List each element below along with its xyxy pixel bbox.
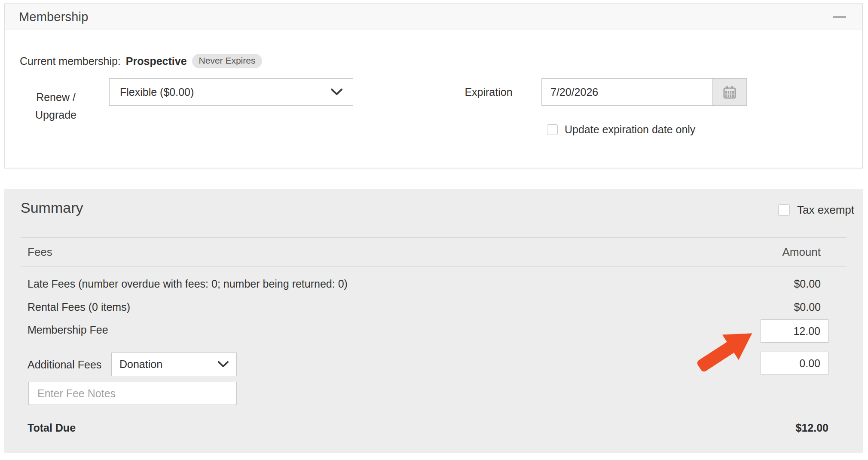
additional-fees-label: Additional Fees: [28, 358, 101, 371]
red-arrow-annotation: [694, 333, 763, 377]
current-membership-line: Current membership: Prospective Never Ex…: [20, 54, 262, 68]
total-due-amount: $12.00: [796, 421, 828, 435]
rental-fees-amount: $0.00: [794, 300, 821, 314]
fee-notes-input[interactable]: [28, 382, 237, 405]
calendar-button[interactable]: [712, 78, 747, 106]
tax-exempt-checkbox[interactable]: [778, 204, 790, 216]
minus-icon: [833, 16, 846, 18]
expiration-label: Expiration: [456, 78, 521, 106]
amount-column-header: Amount: [782, 245, 821, 259]
collapse-panel-button[interactable]: [831, 9, 848, 26]
additional-fee-input[interactable]: [761, 352, 828, 375]
chevron-down-icon: [331, 89, 342, 95]
membership-panel-title: Membership: [19, 10, 89, 24]
late-fees-label: Late Fees (number overdue with fees: 0; …: [28, 277, 348, 291]
membership-panel: Membership Current membership: Prospecti…: [4, 3, 863, 169]
summary-panel: Summary Tax exempt Fees Amount Late Fees…: [4, 189, 863, 453]
never-expires-badge: Never Expires: [192, 54, 263, 68]
expiration-date-input[interactable]: [541, 78, 712, 106]
tax-exempt-label: Tax exempt: [797, 203, 854, 217]
chevron-down-icon: [218, 361, 229, 368]
divider: [21, 237, 847, 238]
renew-upgrade-label: Renew / Upgrade: [28, 89, 84, 124]
current-membership-value: Prospective: [126, 55, 187, 67]
rental-fees-label: Rental Fees (0 items): [28, 300, 130, 314]
expiration-field-group: [541, 78, 747, 106]
additional-fees-select-value: Donation: [119, 358, 162, 371]
summary-title: Summary: [21, 199, 83, 216]
update-expiration-row: Update expiration date only: [547, 123, 695, 136]
total-due-label: Total Due: [28, 421, 76, 435]
additional-fees-select[interactable]: Donation: [111, 353, 237, 376]
tax-exempt-row: Tax exempt: [778, 203, 854, 217]
renew-upgrade-select-value: Flexible ($0.00): [120, 86, 194, 98]
membership-fee-label: Membership Fee: [28, 323, 108, 337]
membership-fee-input[interactable]: [761, 319, 828, 343]
current-membership-label: Current membership:: [20, 55, 121, 67]
late-fees-amount: $0.00: [794, 277, 821, 291]
renew-upgrade-select[interactable]: Flexible ($0.00): [109, 78, 353, 106]
fees-column-header: Fees: [28, 245, 52, 259]
divider: [21, 266, 847, 267]
divider: [21, 412, 847, 412]
calendar-icon: [722, 84, 737, 100]
membership-panel-header: Membership: [5, 4, 862, 30]
update-expiration-label: Update expiration date only: [565, 123, 695, 136]
page: Membership Current membership: Prospecti…: [0, 0, 868, 460]
update-expiration-checkbox[interactable]: [547, 124, 558, 135]
